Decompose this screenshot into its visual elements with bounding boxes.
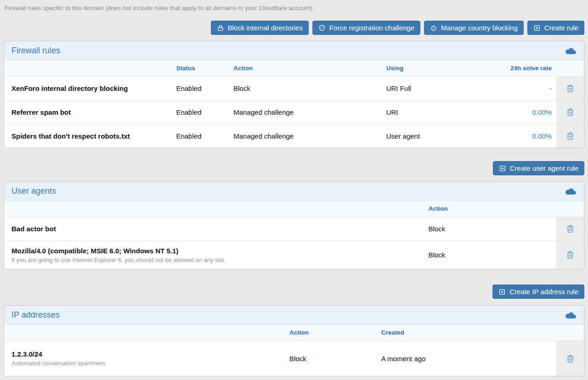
block-internal-directories-button[interactable]: Block internal directories bbox=[211, 21, 309, 35]
create-user-agent-rule-label: Create user agent rule bbox=[510, 164, 578, 172]
plus-square-icon bbox=[499, 165, 506, 172]
firewall-rules-header: Firewall rules bbox=[4, 41, 584, 60]
block-internal-directories-label: Block internal directories bbox=[228, 24, 303, 32]
ip-address-created: A moment ago bbox=[381, 341, 556, 376]
delete-rule-button[interactable] bbox=[564, 82, 577, 95]
ip-addresses-header: IP addresses bbox=[4, 306, 584, 324]
table-row: Referrer spam bot Enabled Managed challe… bbox=[4, 100, 584, 124]
delete-user-agent-button[interactable] bbox=[564, 223, 577, 235]
rule-solve-rate-link[interactable]: 0.00% bbox=[532, 132, 552, 140]
page-description: Firewall rules specific to this domain (… bbox=[0, 0, 588, 11]
rule-status: Enabled bbox=[176, 77, 233, 100]
ip-addresses-title: IP addresses bbox=[11, 310, 60, 320]
user-agents-header: User agents bbox=[4, 182, 584, 201]
user-agent-description: If you are going to use Internet Explore… bbox=[11, 257, 226, 263]
table-row: Mozilla/4.0 (compatible; MSIE 6.0; Windo… bbox=[4, 240, 584, 269]
rule-name: Referrer spam bot bbox=[11, 108, 71, 116]
column-header-created: Created bbox=[381, 324, 556, 341]
rule-using: User agent bbox=[386, 124, 501, 148]
column-header-action: Action bbox=[289, 324, 381, 341]
rule-action: Managed challenge bbox=[233, 101, 386, 124]
table-row: Bad actor bot Block bbox=[4, 217, 584, 240]
column-header-status: Status bbox=[176, 60, 233, 77]
user-agents-actions: Create user agent rule bbox=[4, 161, 584, 175]
column-header-solve-rate: 24h solve rate bbox=[500, 60, 556, 77]
rule-solve-rate: - bbox=[500, 77, 556, 100]
cloudflare-cloud-icon bbox=[564, 47, 577, 55]
toolbar: Block internal directories Force registr… bbox=[4, 21, 584, 35]
rule-action: Managed challenge bbox=[233, 124, 386, 148]
rule-using: URI Full bbox=[386, 77, 501, 100]
force-registration-challenge-button[interactable]: Force registration challenge bbox=[312, 21, 420, 35]
firewall-rules-title: Firewall rules bbox=[11, 46, 60, 56]
user-agent-action: Block bbox=[429, 217, 557, 240]
lock-icon bbox=[217, 24, 224, 32]
trash-icon bbox=[565, 224, 575, 234]
create-rule-button[interactable]: Create rule bbox=[527, 21, 584, 35]
delete-user-agent-button[interactable] bbox=[564, 249, 577, 262]
column-header-actions bbox=[556, 60, 584, 77]
trash-icon bbox=[565, 107, 575, 117]
trash-icon bbox=[565, 84, 575, 93]
create-user-agent-rule-button[interactable]: Create user agent rule bbox=[493, 161, 584, 175]
ip-address-description: Automated conversation spammers bbox=[11, 360, 105, 367]
ip-addresses-panel: IP addresses Action Created 1.2.3.0/24 A… bbox=[4, 305, 584, 376]
create-ip-address-rule-button[interactable]: Create IP address rule bbox=[492, 285, 584, 299]
ip-addresses-column-headers: Action Created bbox=[4, 324, 584, 341]
column-header-name bbox=[4, 201, 429, 217]
user-agents-title: User agents bbox=[11, 186, 56, 196]
force-registration-challenge-label: Force registration challenge bbox=[329, 24, 414, 32]
target-icon bbox=[430, 24, 437, 32]
delete-ip-address-button[interactable] bbox=[564, 352, 577, 365]
rule-using: URI bbox=[386, 101, 501, 124]
column-header-actions bbox=[556, 201, 584, 217]
manage-country-blocking-button[interactable]: Manage country blocking bbox=[424, 21, 524, 35]
cloudflare-cloud-icon bbox=[564, 311, 577, 319]
shield-icon bbox=[318, 24, 326, 32]
column-header-name bbox=[4, 60, 176, 77]
user-agents-column-headers: Action bbox=[4, 201, 584, 217]
rule-action: Block bbox=[233, 77, 386, 100]
trash-icon bbox=[565, 250, 575, 260]
table-row: XenForo internal directory blocking Enab… bbox=[4, 77, 584, 100]
trash-icon bbox=[565, 354, 575, 363]
ip-address-name: 1.2.3.0/24 bbox=[11, 350, 42, 358]
trash-icon bbox=[565, 131, 575, 141]
user-agent-action: Block bbox=[429, 241, 557, 269]
column-header-action: Action bbox=[429, 201, 557, 217]
column-header-name bbox=[4, 324, 289, 341]
column-header-action: Action bbox=[233, 60, 386, 77]
ip-addresses-actions: Create IP address rule bbox=[4, 285, 584, 299]
rule-solve-rate-link[interactable]: 0.00% bbox=[532, 108, 552, 116]
plus-square-icon bbox=[498, 288, 506, 296]
rule-name: XenForo internal directory blocking bbox=[11, 84, 128, 92]
create-ip-address-rule-label: Create IP address rule bbox=[509, 288, 578, 296]
table-row: 1.2.3.0/24 Automated conversation spamme… bbox=[4, 341, 584, 376]
rule-name: Spiders that don't respect robots.txt bbox=[11, 132, 130, 140]
delete-rule-button[interactable] bbox=[564, 106, 577, 119]
column-header-actions bbox=[556, 324, 584, 341]
manage-country-blocking-label: Manage country blocking bbox=[441, 24, 518, 32]
user-agents-panel: User agents Action Bad actor bot Block M… bbox=[4, 181, 584, 269]
firewall-rules-column-headers: Status Action Using 24h solve rate bbox=[4, 60, 584, 77]
table-row: Spiders that don't respect robots.txt En… bbox=[4, 124, 584, 148]
plus-square-icon bbox=[533, 24, 541, 32]
create-rule-label: Create rule bbox=[544, 24, 578, 32]
column-header-using: Using bbox=[386, 60, 501, 77]
firewall-rules-panel: Firewall rules Status Action Using 24h s… bbox=[4, 41, 584, 148]
ip-address-action: Block bbox=[289, 341, 381, 376]
user-agent-name: Mozilla/4.0 (compatible; MSIE 6.0; Windo… bbox=[11, 247, 178, 255]
rule-status: Enabled bbox=[176, 101, 233, 124]
user-agent-name: Bad actor bot bbox=[11, 225, 56, 233]
cloudflare-cloud-icon bbox=[564, 187, 577, 195]
delete-rule-button[interactable] bbox=[564, 130, 577, 143]
rule-status: Enabled bbox=[176, 124, 233, 148]
